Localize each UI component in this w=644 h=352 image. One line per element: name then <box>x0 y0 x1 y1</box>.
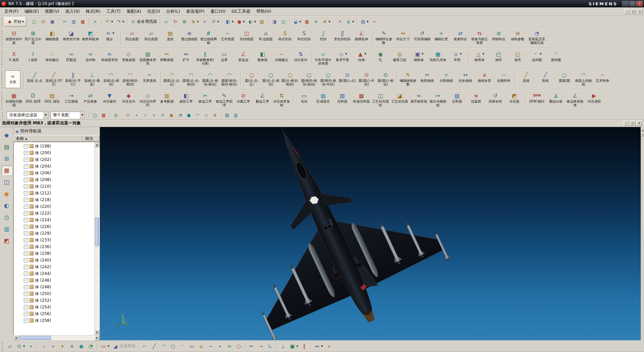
new-file-button[interactable]: ▢ <box>30 17 39 26</box>
toolbar-button[interactable]: ⇆ 替换为独立草图 <box>470 28 489 48</box>
toolbar-button[interactable]: ✎ 编辑特征参数 <box>374 28 393 48</box>
toolbar-button[interactable]: ∞ 关联 <box>5 70 20 88</box>
toolbar-button[interactable]: ∠ 翻边工序 <box>253 90 272 110</box>
visibility-checkbox[interactable]: ✓ <box>24 251 28 256</box>
visibility-checkbox[interactable]: ✓ <box>24 204 28 209</box>
menu-item[interactable]: 分析(L) <box>163 7 183 16</box>
toolbar-button[interactable]: ◜ ▼ 边倒圆 <box>527 49 546 68</box>
scroll-left-button[interactable]: ◀ <box>13 336 18 340</box>
toolbar-button[interactable]: ◇ ▼ 基准平面 <box>333 49 352 68</box>
toolbar-button[interactable]: ◔ 更新延迟至编辑完成 <box>527 28 546 48</box>
menu-item[interactable]: 文件(F) <box>1 7 21 16</box>
toolbar-button[interactable]: ⊘ 抑制特征 <box>489 28 508 48</box>
visibility-checkbox[interactable]: ✓ <box>24 171 28 175</box>
offset-curve-icon[interactable]: ≈ <box>225 341 234 351</box>
toolbar-button[interactable]: ∠ 规律延伸 <box>352 28 371 48</box>
visibility-checkbox[interactable]: ✓ <box>24 184 28 189</box>
toolbar-button[interactable]: D DOL 助理 <box>23 90 43 110</box>
toolbar-button[interactable]: ↔ 特征尺寸 <box>393 28 413 48</box>
mid-point-icon[interactable]: ∘ <box>141 111 150 119</box>
toolbar-button[interactable]: ∬ 变化的扫掠 <box>333 28 352 48</box>
tree-item[interactable]: ✓ 体 (256) <box>14 310 94 317</box>
measure-button[interactable]: ∡ ▼ <box>344 17 355 26</box>
menu-item[interactable]: 窗口(O) <box>208 7 229 16</box>
visibility-checkbox[interactable]: ✓ <box>24 292 28 296</box>
toolbar-button[interactable]: S 样式扫掠 <box>294 28 314 48</box>
toolbar-button[interactable]: = 匹配边 <box>62 49 81 68</box>
toolbar-button[interactable]: ◧ 成形工序 <box>176 90 196 110</box>
toolbar-button[interactable]: ◰ 抽壳 <box>489 49 508 68</box>
intersection-icon[interactable]: × <box>67 341 76 351</box>
toolbar-button[interactable]: ~ 光顺极点 <box>272 49 291 68</box>
toolbar-button[interactable]: ◫ 工艺补充面组 <box>371 90 390 110</box>
toolbar-button[interactable]: ✂ 修边工序 <box>196 90 215 110</box>
toolbar-button[interactable]: ○ 圆弧/圆 <box>555 69 574 89</box>
dimensions-icon[interactable]: ↔ ▼ <box>312 341 324 351</box>
menu-item[interactable]: GC工具箱 <box>228 7 253 16</box>
process-studio-icon[interactable]: ▥ <box>2 224 12 234</box>
more-tools-icon[interactable]: » <box>324 341 334 351</box>
open-file-button[interactable]: ⊡ <box>39 17 48 26</box>
toolbar-button[interactable]: ◪ 修剪的片体 <box>62 28 81 48</box>
toolbar-button[interactable]: ∫ 扫掠 <box>314 28 333 48</box>
toolbar-button[interactable]: ⊟ 按面对的中面 <box>4 28 23 48</box>
reuse-library-icon[interactable]: ◫ <box>2 177 12 187</box>
minimize-button[interactable]: – <box>622 1 629 6</box>
toolbar-grip[interactable] <box>1 91 3 109</box>
sketch-icon[interactable]: ▭ ▼ <box>99 341 110 351</box>
toolbar-button[interactable]: ≈ 使曲面变形 <box>100 49 119 68</box>
toolbar-button[interactable]: ⇅ 冲压倒置复制 <box>272 90 291 110</box>
toolbar-button[interactable]: # 通过曲线网格 <box>199 28 218 48</box>
quick-trim-icon[interactable]: ✂ <box>247 341 256 351</box>
tree-item[interactable]: ✓ 体 (202) <box>14 156 94 163</box>
child-minimize-button[interactable]: – <box>624 121 629 126</box>
toolbar-button[interactable]: ⇄ 替换特征 <box>451 28 470 48</box>
toolbar-button[interactable]: ÷ 分割曲线 <box>437 69 456 89</box>
scrollbar-track[interactable] <box>18 336 95 340</box>
toolbar-button[interactable]: ▲ ▼ 拉伸 <box>352 49 371 68</box>
visibility-checkbox[interactable]: ✓ <box>24 191 28 195</box>
toolbar-button[interactable]: ◆ 冲压定向 <box>119 90 138 110</box>
toolbar-button[interactable]: ⊙ 圆(圆心-点) <box>338 69 357 89</box>
tree-item[interactable]: ✓ 体 (208) <box>14 176 94 183</box>
visibility-checkbox[interactable]: ✓ <box>24 198 28 202</box>
scroll-right-button[interactable]: ▶ <box>95 336 100 340</box>
toolbar-button[interactable]: DFM DFM 顾问 <box>527 90 546 110</box>
existing-point-icon[interactable]: ● <box>184 111 193 119</box>
toolbar-button[interactable]: ◧ 整修面 <box>253 49 272 68</box>
window-menu-button[interactable]: ▤ ▼ <box>359 17 370 26</box>
toolbar-button[interactable]: ○ 圆(点-点-相切) <box>261 69 280 89</box>
toolbar-button[interactable]: ◝ 面倒圆 <box>546 49 566 68</box>
end-point-icon[interactable]: ∘ <box>39 341 48 351</box>
toolbar-button[interactable]: ↦ 输出冲模曲线 <box>428 90 447 110</box>
toolbar-button[interactable]: ▤ 直纹 <box>161 28 180 48</box>
toolbar-button[interactable]: ▭ 毛坯 <box>294 90 314 110</box>
visibility-checkbox[interactable]: ✓ <box>24 312 28 316</box>
graphics-window[interactable] <box>100 127 641 340</box>
toolbar-button[interactable]: ∞ 边对称 <box>81 49 100 68</box>
visibility-checkbox[interactable]: ✓ <box>24 158 28 162</box>
zoom-button[interactable]: ⊕ ▼ <box>189 17 200 26</box>
direct-sketch-icon[interactable]: ▱ <box>5 341 14 351</box>
toolbar-button[interactable]: ∠ 修边角度检查 <box>566 90 585 110</box>
toolbar-button[interactable]: ○ 圆(相切-相切-半径) <box>319 69 338 89</box>
toolbar-button[interactable]: ⇄ 产品替换 <box>81 90 100 110</box>
edit-section-button[interactable]: ◨ <box>270 17 279 26</box>
tree-item[interactable]: ✓ 体 (246) <box>14 277 94 284</box>
tree-item[interactable]: ✓ 体 (206) <box>14 170 94 176</box>
visibility-checkbox[interactable]: ✓ <box>24 144 28 149</box>
geometric-constraints-icon[interactable]: ⊥ <box>278 341 288 351</box>
dock-scroll-up-button[interactable]: ▴ <box>641 128 644 132</box>
toolbar-overflow-button[interactable]: » <box>370 17 379 26</box>
menu-item[interactable]: 工具(T) <box>103 7 123 16</box>
toolbar-button[interactable]: ↺ 可回滚编辑 <box>413 28 432 48</box>
copy-button[interactable]: ▥ <box>69 17 78 26</box>
toolbar-button[interactable]: ∪ ▼ 求和 <box>447 49 467 68</box>
toolbar-button[interactable]: ▱ 四点曲面 <box>142 28 161 48</box>
tree-item[interactable]: ✓ 体 (250) <box>14 290 94 297</box>
menu-item[interactable]: 信息(I) <box>144 7 163 16</box>
toolbar-grip[interactable] <box>1 70 3 88</box>
toolbar-button[interactable]: ◫ 剖切曲面 <box>237 28 256 48</box>
toolbar-button[interactable]: ▼ 冲压操作 <box>100 90 119 110</box>
tree-item[interactable]: ✓ 体 (210) <box>14 183 94 190</box>
